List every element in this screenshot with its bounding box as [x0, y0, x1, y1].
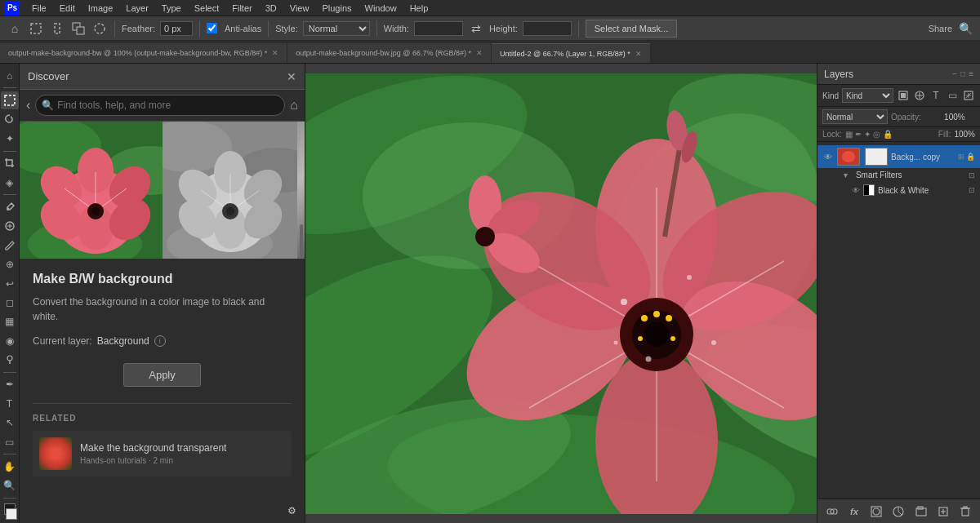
- layers-header: Layers − □ ≡: [817, 64, 980, 85]
- move-tool-icon[interactable]: ⌂: [7, 20, 23, 37]
- select-tool[interactable]: [1, 91, 19, 109]
- anti-alias-checkbox[interactable]: [207, 23, 217, 33]
- adjustment-icon[interactable]: [890, 503, 906, 520]
- tab-1-close[interactable]: ✕: [476, 49, 483, 57]
- lock-transparent-icon[interactable]: ▦: [845, 130, 853, 139]
- delete-layer-icon[interactable]: [957, 503, 973, 520]
- menu-view[interactable]: View: [284, 2, 315, 15]
- menu-help[interactable]: Help: [404, 2, 434, 15]
- menu-file[interactable]: File: [26, 2, 52, 15]
- tab-2-close[interactable]: ✕: [635, 50, 642, 58]
- height-input[interactable]: [523, 21, 572, 36]
- menu-type[interactable]: Type: [156, 2, 187, 15]
- eyedropper-tool[interactable]: [1, 198, 19, 215]
- discover-close-button[interactable]: ✕: [287, 71, 296, 82]
- fx-icon[interactable]: fx: [846, 503, 862, 520]
- pen-tool[interactable]: ✒: [1, 376, 19, 393]
- layers-expand-icon[interactable]: □: [960, 69, 965, 78]
- discover-header: Discover ✕: [20, 64, 305, 90]
- menu-filter[interactable]: Filter: [226, 2, 257, 15]
- rect-select-icon[interactable]: [28, 20, 44, 37]
- tab-0-close[interactable]: ✕: [272, 49, 278, 57]
- eraser-tool[interactable]: ◻: [1, 294, 19, 311]
- style-select[interactable]: NormalFixed RatioFixed Size: [303, 21, 370, 36]
- dodge-tool[interactable]: [1, 351, 19, 368]
- svg-point-90: [873, 508, 880, 515]
- blur-tool[interactable]: ◉: [1, 332, 19, 349]
- brush-tool[interactable]: [1, 237, 19, 254]
- lock-artboard-icon[interactable]: ◎: [873, 130, 880, 139]
- menu-select[interactable]: Select: [189, 2, 225, 15]
- toolbar-divider-1: [3, 87, 16, 88]
- single-col-icon[interactable]: [49, 20, 65, 37]
- share-button[interactable]: Share: [929, 24, 952, 33]
- panel-settings-icon[interactable]: ⚙: [287, 505, 296, 516]
- zoom-tool[interactable]: 🔍: [1, 477, 19, 494]
- tab-2[interactable]: Untitled-2 @ 66.7% (Layer 1, RGB/8#) * ✕: [492, 43, 651, 63]
- shape-filter-icon[interactable]: ▭: [946, 89, 959, 102]
- circle-select-icon[interactable]: [91, 20, 108, 37]
- tab-0[interactable]: output-make-background-bw @ 100% (output…: [0, 43, 287, 63]
- home-tool[interactable]: ⌂: [1, 67, 19, 84]
- clone-stamp-tool[interactable]: ⊕: [1, 255, 19, 273]
- related-item-0[interactable]: Make the background transparent Hands-on…: [33, 431, 292, 476]
- hand-tool[interactable]: ✋: [1, 458, 19, 475]
- smart-filter-icon[interactable]: [962, 89, 975, 102]
- menu-3d[interactable]: 3D: [260, 2, 283, 15]
- menu-edit[interactable]: Edit: [54, 2, 81, 15]
- home-button[interactable]: ⌂: [290, 98, 298, 113]
- search-button[interactable]: 🔍: [957, 20, 973, 37]
- lock-move-icon[interactable]: ✦: [864, 130, 871, 139]
- add-mask-icon[interactable]: [868, 503, 884, 520]
- smart-filters-item[interactable]: ▼ Smart Filters ⊡: [817, 168, 980, 182]
- adjustment-filter-icon[interactable]: [913, 89, 926, 102]
- gradient-tool[interactable]: ▦: [1, 313, 19, 330]
- feather-input[interactable]: [160, 21, 193, 36]
- lock-paint-icon[interactable]: ✒: [855, 130, 862, 139]
- svg-rect-0: [31, 24, 41, 33]
- layers-lock-bar: Lock: ▦ ✒ ✦ ◎ 🔒 Fill: 100%: [817, 127, 980, 142]
- width-input[interactable]: [414, 21, 463, 36]
- slice-tool[interactable]: ◈: [1, 174, 19, 191]
- tab-1[interactable]: output-make-background-bw.jpg @ 66.7% (R…: [287, 43, 492, 63]
- spot-heal-tool[interactable]: [1, 218, 19, 235]
- history-brush-tool[interactable]: ↩: [1, 275, 19, 292]
- crop-tool[interactable]: [1, 155, 19, 172]
- type-filter-icon[interactable]: T: [929, 89, 942, 102]
- back-button[interactable]: ‹: [26, 98, 30, 113]
- group-layers-icon[interactable]: [913, 503, 929, 520]
- layers-menu-icon[interactable]: ≡: [969, 69, 973, 78]
- height-label: Height:: [489, 24, 518, 33]
- menu-image[interactable]: Image: [82, 2, 119, 15]
- layer-0-visibility[interactable]: 👁: [822, 151, 834, 162]
- bw-visibility-icon[interactable]: 👁: [852, 186, 860, 195]
- discover-search-input[interactable]: [35, 95, 285, 116]
- layers-minimize-icon[interactable]: −: [952, 69, 957, 78]
- text-tool[interactable]: T: [1, 395, 19, 412]
- info-icon[interactable]: i: [154, 335, 166, 347]
- path-select-tool[interactable]: ↖: [1, 414, 19, 432]
- magic-wand-tool[interactable]: ✦: [1, 130, 19, 147]
- scroll-indicator[interactable]: [300, 224, 303, 257]
- bw-filter-item[interactable]: 👁 Black & White ⊡: [817, 182, 980, 198]
- related-name: Make the background transparent: [80, 442, 226, 454]
- menu-layer[interactable]: Layer: [120, 2, 154, 15]
- menu-window[interactable]: Window: [359, 2, 403, 15]
- select-mask-button[interactable]: Select and Mask...: [586, 20, 678, 38]
- kind-select[interactable]: Kind: [842, 88, 893, 103]
- pixel-filter-icon[interactable]: [897, 89, 910, 102]
- subtract-icon[interactable]: [70, 20, 87, 37]
- options-bar: ⌂ Feather: Anti-alias Style: NormalFixed…: [0, 16, 980, 41]
- smart-filters-expand-icon[interactable]: ▼: [842, 171, 849, 180]
- new-layer-icon[interactable]: [935, 503, 951, 520]
- lock-all-icon[interactable]: 🔒: [883, 130, 893, 139]
- background-color[interactable]: [6, 508, 17, 520]
- swap-dimensions-icon[interactable]: ⇄: [468, 20, 484, 37]
- lasso-tool[interactable]: [1, 111, 19, 128]
- shape-tool[interactable]: ▭: [1, 433, 19, 450]
- menu-plugins[interactable]: Plugins: [316, 2, 357, 15]
- link-layers-icon[interactable]: [824, 503, 840, 520]
- blend-mode-select[interactable]: Normal: [822, 109, 888, 124]
- layer-item-0[interactable]: 👁 Backg... copy ⊞ 🔒: [817, 145, 980, 168]
- apply-button[interactable]: Apply: [123, 363, 201, 387]
